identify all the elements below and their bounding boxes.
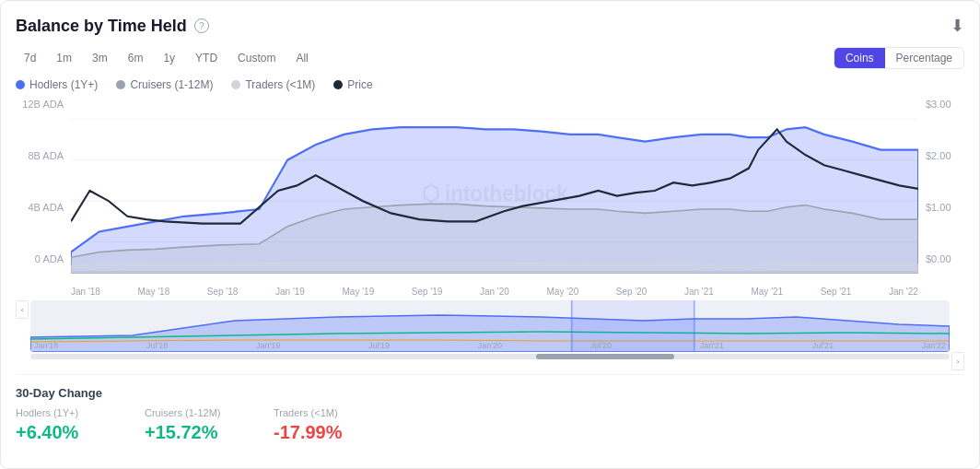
download-icon[interactable]: ⬇	[951, 16, 964, 36]
filter-1y[interactable]: 1y	[155, 48, 183, 68]
cruisers-stat-value: +15.72%	[145, 422, 237, 443]
time-filters: 7d 1m 3m 6m 1y YTD Custom All	[16, 48, 317, 68]
legend-hodlers: Hodlers (1Y+)	[16, 78, 98, 91]
traders-stat-header: Traders (<1M)	[274, 407, 366, 418]
legend-cruisers: Cruisers (1-12M)	[116, 78, 213, 91]
y-axis-right: $3.00 $2.00 $1.00 $0.00	[918, 99, 964, 283]
svg-text:⬡ intotheblock: ⬡ intotheblock	[422, 181, 569, 205]
scroll-right-arrow[interactable]: ›	[951, 352, 964, 370]
legend-price: Price	[333, 78, 372, 91]
chart-legend: Hodlers (1Y+) Cruisers (1-12M) Traders (…	[16, 78, 964, 91]
hodlers-stat-value: +6.40%	[16, 422, 108, 443]
hodlers-stat-header: Hodlers (1Y+)	[16, 407, 108, 418]
x-axis: Jan '18 May '18 Sep '18 Jan '19 May '19 …	[16, 283, 964, 297]
scroll-left-arrow[interactable]: ‹	[16, 300, 29, 319]
hodlers-dot	[16, 80, 25, 89]
cruisers-dot	[116, 80, 125, 89]
scroll-thumb[interactable]	[536, 354, 674, 359]
filter-3m[interactable]: 3m	[84, 48, 116, 68]
view-toggle: Coins Percentage	[834, 47, 964, 69]
traders-dot	[231, 80, 240, 89]
cruisers-label: Cruisers (1-12M)	[130, 78, 213, 91]
filter-custom[interactable]: Custom	[229, 48, 284, 68]
mini-x-labels: Jan'18 Jul'18 Jan'19 Jul'19 Jan'20 Jul'2…	[30, 341, 950, 350]
chart-svg-wrap: ⬡ intotheblock	[71, 99, 918, 283]
filter-1m[interactable]: 1m	[48, 48, 80, 68]
y-axis-left: 12B ADA 8B ADA 4B ADA 0 ADA	[16, 99, 71, 283]
card-header: Balance by Time Held ? ⬇	[16, 16, 964, 36]
view-percentage[interactable]: Percentage	[885, 48, 963, 68]
legend-traders: Traders (<1M)	[231, 78, 315, 91]
scroll-bar[interactable]	[30, 354, 950, 359]
mini-chart[interactable]: Jan'18 Jul'18 Jan'19 Jul'19 Jan'20 Jul'2…	[30, 300, 950, 352]
hodlers-label: Hodlers (1Y+)	[29, 78, 98, 91]
mini-chart-area[interactable]: ‹ Jan'18 Jul'18 Jan'19 Jul'19 Jan'20	[16, 300, 964, 363]
price-dot	[333, 80, 343, 89]
filter-6m[interactable]: 6m	[120, 48, 152, 68]
filter-ytd[interactable]: YTD	[187, 48, 226, 68]
stats-values: +6.40% +15.72% -17.99%	[16, 422, 964, 443]
stats-section: 30-Day Change Hodlers (1Y+) Cruisers (1-…	[16, 374, 964, 443]
stats-headers: Hodlers (1Y+) Cruisers (1-12M) Traders (…	[16, 407, 964, 418]
cruisers-stat-header: Cruisers (1-12M)	[145, 407, 237, 418]
help-icon[interactable]: ?	[194, 18, 209, 33]
stats-title: 30-Day Change	[16, 386, 964, 400]
main-chart-svg: ⬡ intotheblock	[71, 99, 918, 283]
title-row: Balance by Time Held ?	[16, 17, 209, 36]
card-title: Balance by Time Held	[16, 17, 187, 36]
toolbar: 7d 1m 3m 6m 1y YTD Custom All Coins Perc…	[16, 47, 964, 69]
traders-stat-value: -17.99%	[274, 422, 366, 443]
filter-all[interactable]: All	[287, 48, 316, 68]
view-coins[interactable]: Coins	[834, 48, 885, 68]
filter-7d[interactable]: 7d	[16, 48, 44, 68]
price-label: Price	[347, 78, 372, 91]
traders-label: Traders (<1M)	[245, 78, 315, 91]
card-container: Balance by Time Held ? ⬇ 7d 1m 3m 6m 1y …	[0, 0, 980, 469]
main-chart-container: 12B ADA 8B ADA 4B ADA 0 ADA	[16, 99, 964, 283]
